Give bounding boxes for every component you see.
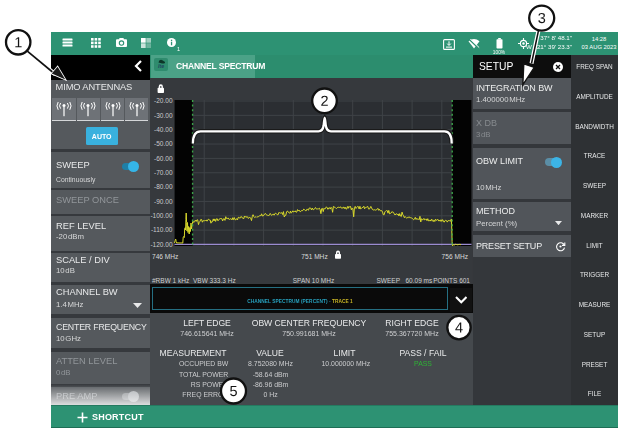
svg-text:2: 2 [320, 93, 328, 109]
svg-text:1: 1 [14, 34, 22, 50]
svg-text:3: 3 [538, 10, 546, 26]
svg-text:4: 4 [455, 320, 463, 336]
svg-text:5: 5 [229, 383, 237, 399]
